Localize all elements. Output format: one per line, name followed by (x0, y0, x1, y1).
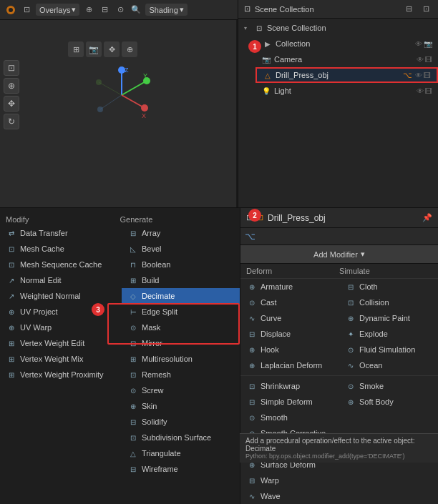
outliner-header: ⊡ Scene Collection ⊟ ⊡ (238, 0, 438, 19)
curve-item[interactable]: ∿ Curve (240, 310, 339, 326)
laplacian-deform-item[interactable]: ⊕ Laplacian Deform (240, 357, 339, 373)
props-header: ⊡ ⊡ Drill_Press_obj 📌 (240, 208, 438, 228)
subdivision-surface-item[interactable]: ⊡ Subdivision Surface (122, 430, 240, 445)
displace-item[interactable]: ⊟ Displace (240, 326, 339, 342)
normal-edit-item[interactable]: ↗ Normal Edit (0, 272, 122, 288)
warp-icon: ⊟ (246, 475, 258, 486)
wireframe-icon: ⊟ (127, 463, 139, 475)
screw-item[interactable]: ⊙ Screw (122, 382, 240, 398)
eye-icon[interactable]: 👁 (415, 40, 422, 48)
svg-point-12 (97, 107, 103, 112)
select-icon[interactable]: ⊡ (4, 60, 19, 76)
cloth-item[interactable]: ⊟ Cloth (339, 279, 438, 295)
remesh-item[interactable]: ⊡ Remesh (122, 367, 240, 382)
render-icon[interactable]: 🎞 (424, 71, 431, 79)
ocean-item[interactable]: ∿ Ocean (339, 357, 438, 373)
hook-item[interactable]: ⊕ Hook (240, 342, 339, 357)
filter-outliner-icon[interactable]: ⊟ (402, 3, 415, 16)
svg-point-9 (141, 104, 148, 112)
modifier-props-icon[interactable]: ⌥ (245, 231, 256, 242)
rotate-icon[interactable]: ↻ (4, 114, 19, 129)
build-icon: ⊞ (127, 275, 139, 286)
weighted-normal-item[interactable]: ↗ Weighted Normal (0, 288, 122, 304)
mirror-item[interactable]: ⊟ Mirror (122, 335, 240, 351)
render-icon[interactable]: 🎞 (425, 56, 432, 64)
scene-collection-item[interactable]: ▾ ⊡ Scene Collection (238, 20, 438, 36)
simple-deform-item[interactable]: ⊟ Simple Deform (240, 394, 339, 410)
view-icon[interactable]: ⊡ (20, 4, 33, 16)
pin-icon[interactable]: 📌 (422, 213, 432, 222)
mask-item[interactable]: ⊙ Mask (122, 320, 240, 335)
smoke-item[interactable]: ⊙ Smoke (339, 378, 438, 394)
move-icon[interactable]: ✥ (104, 41, 120, 57)
collision-item[interactable]: ⊡ Collision (339, 295, 438, 310)
snap-icon[interactable]: ⊟ (98, 4, 111, 16)
move-tool-icon[interactable]: ✥ (4, 96, 19, 112)
vertex-weight-edit-item[interactable]: ⊞ Vertex Weight Edit (0, 335, 122, 351)
cursor-icon[interactable]: ⊕ (4, 78, 19, 94)
bevel-icon: ◺ (127, 243, 139, 255)
viewport-top-tools: ⊞ 📷 ✥ ⊕ (68, 41, 137, 57)
smoke-icon: ⊙ (345, 380, 356, 392)
edge-split-item[interactable]: ⊢ Edge Split (122, 304, 240, 320)
drill-press-item[interactable]: △ Drill_Press_obj ⌥ 👁 🎞 (256, 67, 438, 83)
uv-warp-item[interactable]: ⊕ UV Warp (0, 320, 122, 335)
generate-col: ⊟ Array ◺ Bevel ⊓ Boolean ⊞ Build ◇ De (122, 225, 240, 477)
boolean-item[interactable]: ⊓ Boolean (122, 257, 240, 272)
armature-item[interactable]: ⊕ Armature (240, 279, 339, 295)
gizmo-icon[interactable]: ⊕ (82, 4, 95, 16)
grid-icon[interactable]: ⊞ (68, 41, 84, 57)
data-transfer-item[interactable]: ⇄ Data Transfer (0, 225, 122, 241)
tooltip-line2: Python: bpy.ops.object.modifier_add(type… (245, 453, 432, 460)
blender-logo-icon[interactable] (4, 4, 17, 16)
array-item[interactable]: ⊟ Array (122, 225, 240, 241)
vertex-weight-mix-item[interactable]: ⊞ Vertex Weight Mix (0, 351, 122, 367)
mesh-seq-cache-item[interactable]: ⊡ Mesh Sequence Cache (0, 257, 122, 272)
shrinkwrap-item[interactable]: ⊡ Shrinkwrap (240, 378, 339, 394)
warp-item[interactable]: ⊟ Warp (240, 473, 339, 488)
eye-icon[interactable]: 👁 (417, 87, 424, 95)
collection-icon: ▶ (263, 39, 273, 49)
decimate-item[interactable]: ◇ Decimate (122, 288, 240, 304)
smooth-item[interactable]: ⊙ Smooth (240, 410, 339, 425)
proportional-icon[interactable]: ⊙ (114, 4, 127, 16)
search-icon[interactable]: 🔍 (130, 4, 142, 16)
soft-body-item[interactable]: ⊕ Soft Body (339, 394, 438, 410)
mesh-cache-item[interactable]: ⊡ Mesh Cache (0, 241, 122, 257)
skin-item[interactable]: ⊕ Skin (122, 398, 240, 414)
solidify-item[interactable]: ⊟ Solidify (122, 414, 240, 430)
skin-icon: ⊕ (127, 400, 139, 412)
render-icon[interactable]: 🎞 (425, 87, 432, 95)
add-modifier-button[interactable]: Add Modifier ▾ (240, 245, 438, 264)
render-icon[interactable]: ⊕ (122, 41, 137, 57)
outliner-tree: ▾ ⊡ Scene Collection ▾ ▶ Collection 👁 📷 … (238, 19, 438, 100)
dynamic-paint-item[interactable]: ⊕ Dynamic Paint (339, 310, 438, 326)
triangulate-item[interactable]: △ Triangulate (122, 445, 240, 461)
wave-item[interactable]: ∿ Wave (240, 488, 339, 504)
multiresolution-item[interactable]: ⊞ Multiresolution (122, 351, 240, 367)
fluid-simulation-item[interactable]: ⊙ Fluid Simulation (339, 342, 438, 357)
eye-icon[interactable]: 👁 (415, 71, 422, 79)
overlays-dropdown[interactable]: Overlays ▾ (36, 4, 79, 16)
simulate-col-header: Simulate (339, 267, 432, 275)
shading-dropdown[interactable]: Shading ▾ (145, 4, 187, 16)
explode-icon: ✦ (345, 328, 356, 340)
explode-item[interactable]: ✦ Explode (339, 326, 438, 342)
camera-icon[interactable]: 📷 (86, 41, 102, 57)
camera-item[interactable]: 📷 Camera 👁 🎞 (256, 51, 438, 67)
light-item[interactable]: 💡 Light 👁 🎞 (256, 83, 438, 99)
modifier-menu: Modify Generate ⇄ Data Transfer ⊡ Mesh C… (0, 207, 240, 504)
wireframe-item[interactable]: ⊟ Wireframe (122, 461, 240, 477)
scene-icon: ⊡ (254, 23, 264, 33)
viewport-3d[interactable]: ⊞ 📷 ✥ ⊕ ⊡ ⊕ ✥ ↻ Z Y X (0, 20, 236, 207)
collection-item[interactable]: ▾ ▶ Collection 👁 📷 (247, 36, 438, 51)
outliner-panel: ⊡ Scene Collection ⊟ ⊡ ▾ ⊡ Scene Collect… (238, 0, 438, 207)
build-item[interactable]: ⊞ Build (122, 272, 240, 288)
wave-icon: ∿ (246, 490, 258, 502)
vertex-weight-prox-item[interactable]: ⊞ Vertex Weight Proximity (0, 367, 122, 382)
eye-icon[interactable]: 👁 (417, 56, 424, 64)
cast-item[interactable]: ⊙ Cast (240, 295, 339, 310)
bevel-item[interactable]: ◺ Bevel (122, 241, 240, 257)
render-vis-icon[interactable]: 📷 (424, 40, 432, 48)
sync-outliner-icon[interactable]: ⊡ (419, 3, 432, 16)
